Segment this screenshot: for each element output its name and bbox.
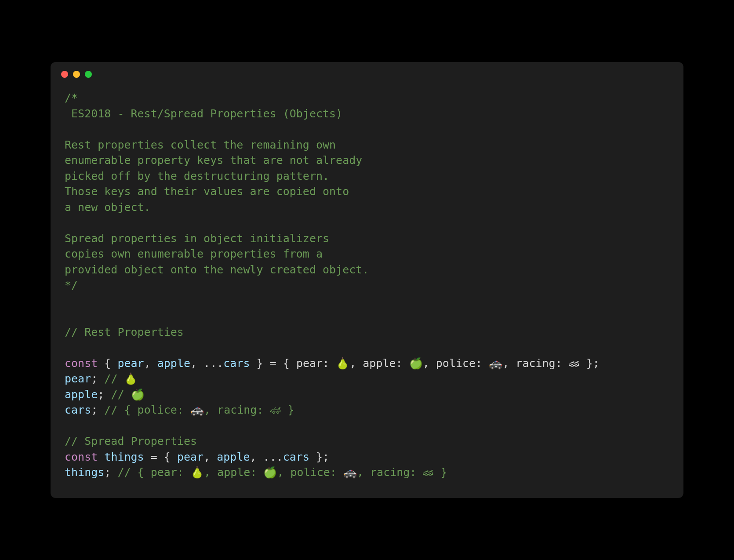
rest-header-comment: // Rest Properties — [65, 326, 184, 338]
var-cars-ref: cars — [65, 404, 91, 416]
var-apple: apple — [157, 357, 190, 370]
const-keyword: const — [65, 357, 98, 370]
titlebar — [51, 62, 683, 78]
minimize-button[interactable] — [73, 71, 80, 78]
var-things: things — [104, 451, 144, 463]
prop-apple: apple — [363, 357, 396, 370]
prop-racing: racing — [516, 357, 555, 370]
comma: , — [144, 357, 157, 370]
apple-value: : 🍏, — [396, 357, 436, 370]
var-apple-ref: apple — [65, 388, 98, 401]
const-keyword: const — [65, 451, 98, 463]
space — [98, 451, 104, 463]
semicolon: ; — [91, 404, 98, 416]
pear-value: : 🍐, — [323, 357, 363, 370]
brace-close: } — [250, 357, 270, 370]
rest-operator: , ... — [190, 357, 223, 370]
obj-open: { — [276, 357, 296, 370]
semicolon: ; — [91, 372, 98, 385]
apple-result-comment: // 🍏 — [104, 388, 144, 401]
racing-value: : 🏎 — [556, 357, 586, 370]
prop-police: police — [436, 357, 476, 370]
semicolon: ; — [98, 388, 104, 401]
var-cars: cars — [223, 357, 250, 370]
assign-operator: = — [270, 357, 276, 370]
var-things-ref: things — [65, 466, 104, 479]
obj-close: }; — [309, 451, 329, 463]
maximize-button[interactable] — [85, 71, 92, 78]
things-result-comment: // { pear: 🍐, apple: 🍏, police: 🚓, racin… — [111, 466, 447, 479]
obj-open: { — [164, 451, 177, 463]
pear-result-comment: // 🍐 — [98, 372, 138, 385]
block-comment: /* ES2018 - Rest/Spread Properties (Obje… — [65, 91, 369, 291]
var-apple-shorthand: apple — [217, 451, 250, 463]
cars-result-comment: // { police: 🚓, racing: 🏎 } — [98, 404, 294, 416]
assign-operator: = — [144, 451, 164, 463]
prop-pear: pear — [296, 357, 323, 370]
var-pear: pear — [117, 357, 144, 370]
semicolon: ; — [104, 466, 111, 479]
var-pear-ref: pear — [65, 372, 91, 385]
comma: , — [203, 451, 217, 463]
brace-open: { — [98, 357, 117, 370]
code-window: /* ES2018 - Rest/Spread Properties (Obje… — [51, 62, 683, 498]
spread-header-comment: // Spread Properties — [65, 435, 197, 447]
spread-operator: , ... — [250, 451, 283, 463]
var-cars-spread: cars — [283, 451, 309, 463]
code-editor[interactable]: /* ES2018 - Rest/Spread Properties (Obje… — [51, 78, 683, 498]
obj-close: }; — [586, 357, 600, 370]
close-button[interactable] — [61, 71, 68, 78]
var-pear-shorthand: pear — [177, 451, 203, 463]
police-value: : 🚓, — [476, 357, 516, 370]
